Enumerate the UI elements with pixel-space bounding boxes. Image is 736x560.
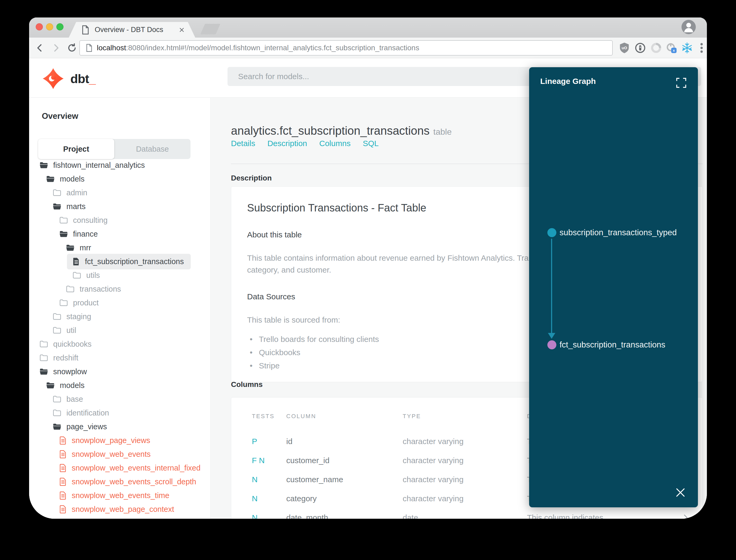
browser-titlebar: Overview - DBT Docs [29, 17, 707, 38]
tab-title: Overview - DBT Docs [95, 26, 179, 34]
sidebar: Overview Project Database fishtown_inter… [29, 98, 211, 519]
cell-tests: N [252, 475, 286, 484]
tree-item-quickbooks[interactable]: quickbooks [29, 337, 210, 351]
tree-item-snowplow_web_events_time[interactable]: snowplow_web_events_time [29, 489, 210, 502]
folder-open-icon [53, 203, 61, 210]
close-icon[interactable] [676, 488, 685, 497]
folder-open-icon [60, 231, 68, 237]
column-row-date_month[interactable]: Ndate_monthdateThis column indicates ... [252, 508, 702, 519]
dbt-logo[interactable]: dbt_ [42, 67, 96, 90]
tree-item-snowplow_page_views[interactable]: snowplow_page_views [29, 433, 210, 447]
fullscreen-icon[interactable] [676, 78, 686, 88]
tree-item-models[interactable]: models [29, 172, 210, 186]
tree-item-label: snowplow_page_views [72, 436, 150, 445]
cell-tests: N [252, 494, 286, 503]
folder-open-icon [46, 175, 55, 182]
tree-item-mrr[interactable]: mrr [29, 241, 210, 255]
lineage-node-dot [547, 228, 556, 237]
tab-close-icon[interactable] [179, 27, 185, 33]
dbt-logo-icon [42, 67, 65, 90]
lineage-node-fct_subscription_transactions[interactable]: fct_subscription_transactions [547, 338, 665, 352]
reload-icon[interactable] [66, 42, 78, 54]
browser-tab[interactable]: Overview - DBT Docs [69, 22, 195, 38]
folder-closed-icon [53, 313, 61, 320]
tree-item-staging[interactable]: staging [29, 310, 210, 323]
tree-item-page_views[interactable]: page_views [29, 420, 210, 433]
tree-item-snowplow[interactable]: snowplow [29, 365, 210, 378]
tree-item-identification[interactable]: identification [29, 406, 210, 420]
folder-open-icon [66, 244, 74, 251]
tab-project[interactable]: Project [38, 139, 114, 159]
tree-item-label: quickbooks [53, 340, 92, 349]
tree-item-label: models [60, 175, 85, 183]
tab-columns[interactable]: Columns [319, 139, 351, 148]
cell-tests: P [252, 437, 286, 446]
tree-item-base[interactable]: base [29, 392, 210, 406]
tree-item-fishtown_internal_analytics[interactable]: fishtown_internal_analytics [29, 158, 210, 172]
tree-item-consulting[interactable]: consulting [29, 213, 210, 227]
extension-circle-icon[interactable] [650, 42, 662, 54]
tree-item-admin[interactable]: admin [29, 186, 210, 200]
minimize-window-button[interactable] [46, 23, 53, 30]
tree-item-label: utils [86, 271, 100, 280]
sidebar-heading: Overview [42, 111, 78, 121]
folder-closed-icon [66, 286, 74, 292]
back-icon[interactable] [34, 42, 46, 54]
tree-item-marts[interactable]: marts [29, 200, 210, 213]
tree-item-models[interactable]: models [29, 378, 210, 392]
file-icon [73, 258, 80, 266]
url-path: :8080/index.html#!/model/model.fishtown_… [126, 44, 419, 52]
tree-item-product[interactable]: product [29, 296, 210, 310]
tree-item-fct_subscription_transactions[interactable]: fct_subscription_transactions [29, 255, 210, 268]
tree-item-transactions[interactable]: transactions [29, 282, 210, 296]
tree-item-util[interactable]: util [29, 323, 210, 337]
lineage-node-label: fct_subscription_transactions [559, 340, 665, 350]
svg-text:x: x [673, 48, 675, 52]
power-x-icon[interactable]: x [665, 42, 677, 54]
tree-item-label: snowplow_web_events_time [72, 491, 169, 500]
cell-type: character varying [403, 456, 527, 465]
tree-item-snowplow_web_events_scroll_depth[interactable]: snowplow_web_events_scroll_depth [29, 475, 210, 489]
tree-item-snowplow_web_events_internal_fixed[interactable]: snowplow_web_events_internal_fixed [29, 461, 210, 475]
tree-item-label: fct_subscription_transactions [85, 257, 184, 266]
cell-type: character varying [403, 494, 527, 503]
file-red-icon [60, 464, 66, 472]
columns-section-label: Columns [231, 380, 263, 389]
folder-open-icon [46, 382, 55, 389]
close-window-button[interactable] [36, 23, 43, 30]
tab-sql[interactable]: SQL [363, 139, 378, 148]
zoom-window-button[interactable] [56, 23, 64, 30]
ublock-shield-icon[interactable]: uO [618, 42, 630, 54]
description-section-label: Description [231, 174, 272, 182]
browser-toolbar: localhost:8080/index.html#!/model/model.… [29, 38, 707, 58]
lineage-node-dot [547, 340, 556, 349]
tree-item-snowplow_web_page_context[interactable]: snowplow_web_page_context [29, 502, 210, 516]
file-red-icon [60, 491, 66, 500]
folder-closed-icon [40, 354, 48, 361]
url-bar[interactable]: localhost:8080/index.html#!/model/model.… [79, 40, 613, 56]
cell-tests: F N [252, 456, 286, 465]
lineage-node-subscription_transactions_typed[interactable]: subscription_transactions_typed [547, 226, 677, 240]
cell-type: character varying [403, 475, 527, 484]
tab-details[interactable]: Details [231, 139, 255, 148]
tab-description[interactable]: Description [268, 139, 307, 148]
tree-item-finance[interactable]: finance [29, 227, 210, 241]
browser-profile-avatar[interactable] [681, 20, 696, 34]
lineage-title: Lineage Graph [540, 77, 596, 86]
url-host: localhost [97, 44, 126, 52]
page-title-suffix: table [433, 127, 451, 137]
folder-open-icon [53, 423, 61, 430]
tree-item-redshift[interactable]: redshift [29, 351, 210, 365]
tree-item-label: base [66, 395, 83, 404]
cell-tests: N [252, 513, 286, 519]
forward-icon[interactable] [50, 42, 62, 54]
tree-item-snowplow_web_events[interactable]: snowplow_web_events [29, 447, 210, 461]
snowflake-icon[interactable] [681, 42, 693, 54]
chevron-right-icon [684, 514, 688, 519]
onepassword-icon[interactable] [634, 42, 646, 54]
tab-database[interactable]: Database [114, 139, 191, 159]
tree-item-utils[interactable]: utils [29, 268, 210, 282]
browser-menu-icon[interactable] [696, 42, 707, 54]
lineage-graph-panel: Lineage Graph subscription_transactions_… [529, 67, 698, 507]
new-tab-button[interactable] [200, 24, 220, 34]
